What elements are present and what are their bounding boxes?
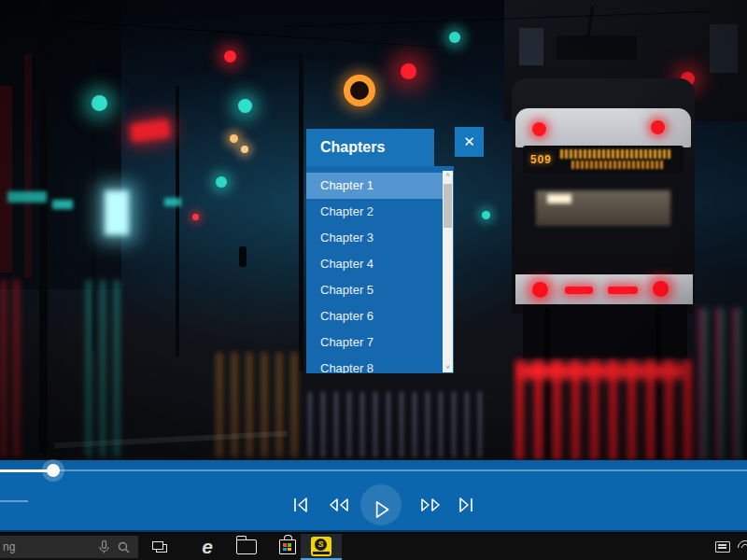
rewind-button[interactable] (326, 494, 352, 516)
chapter-item-selected[interactable]: Chapter 1 (306, 173, 443, 199)
microphone-icon[interactable] (99, 540, 109, 553)
seek-bar-track[interactable] (0, 469, 747, 471)
chapter-item[interactable]: Chapter 3 (306, 225, 443, 251)
search-text: ng (0, 540, 99, 553)
folder-icon (236, 539, 257, 554)
close-icon: ✕ (463, 133, 475, 149)
chapters-panel-header: Chapters (306, 129, 434, 166)
touch-keyboard-icon (715, 541, 730, 553)
windows-store-button[interactable] (274, 534, 302, 560)
scrollbar-up-icon[interactable]: ˄ (443, 171, 453, 180)
windows-flag-icon (283, 543, 291, 551)
dvd-player-app-icon: S (311, 537, 331, 556)
file-explorer-button[interactable] (232, 534, 261, 560)
previous-chapter-button[interactable] (289, 494, 312, 516)
edge-icon: e (202, 536, 213, 558)
chapter-item[interactable]: Chapter 2 (306, 199, 443, 225)
previous-chapter-icon (289, 494, 312, 516)
chapter-item[interactable]: Chapter 4 (306, 251, 443, 277)
playback-control-bar (0, 460, 747, 532)
chapter-item[interactable]: Chapter 6 (306, 303, 443, 329)
wifi-tray-button[interactable] (738, 534, 747, 560)
rewind-icon (326, 494, 352, 516)
chapter-item[interactable]: Chapter 8 (306, 356, 443, 373)
scrollbar-thumb[interactable] (444, 184, 452, 228)
store-bag-icon (279, 539, 296, 554)
task-view-button[interactable] (147, 534, 173, 560)
touch-keyboard-button[interactable] (712, 534, 734, 560)
dvd-player-taskbar-button[interactable]: S (301, 534, 342, 560)
search-box[interactable]: ng (0, 536, 138, 558)
chapters-panel-title: Chapters (320, 139, 385, 155)
seek-bar-thumb[interactable] (47, 464, 60, 477)
fast-forward-icon (417, 494, 444, 516)
scrollbar[interactable]: ˄ ˅ (443, 171, 453, 372)
close-button[interactable]: ✕ (455, 127, 484, 157)
wifi-icon (738, 540, 747, 553)
edge-browser-button[interactable]: e (191, 534, 223, 560)
chapter-items: Chapter 1 Chapter 2 Chapter 3 Chapter 4 … (306, 166, 454, 373)
next-chapter-button[interactable] (455, 494, 477, 516)
windows-taskbar: ng e S (0, 534, 747, 560)
play-button[interactable] (360, 484, 402, 525)
app-window: 509 Chapters ✕ Chapter 1 Chapter 2 (0, 0, 747, 560)
play-icon (369, 497, 393, 522)
chapter-item[interactable]: Chapter 7 (306, 329, 443, 356)
seek-bar-fill (0, 469, 53, 472)
search-icon[interactable] (118, 541, 130, 553)
scrollbar-down-icon[interactable]: ˅ (443, 363, 453, 372)
next-chapter-icon (455, 494, 477, 516)
task-view-icon (152, 541, 168, 553)
chapters-list: Chapter 1 Chapter 2 Chapter 3 Chapter 4 … (306, 166, 454, 373)
fast-forward-button[interactable] (417, 494, 444, 516)
chapter-item[interactable]: Chapter 5 (306, 277, 443, 303)
elapsed-time-fragment (0, 500, 28, 502)
dvd-label-bar (313, 552, 330, 554)
dvd-disc-glyph: S (315, 539, 327, 551)
